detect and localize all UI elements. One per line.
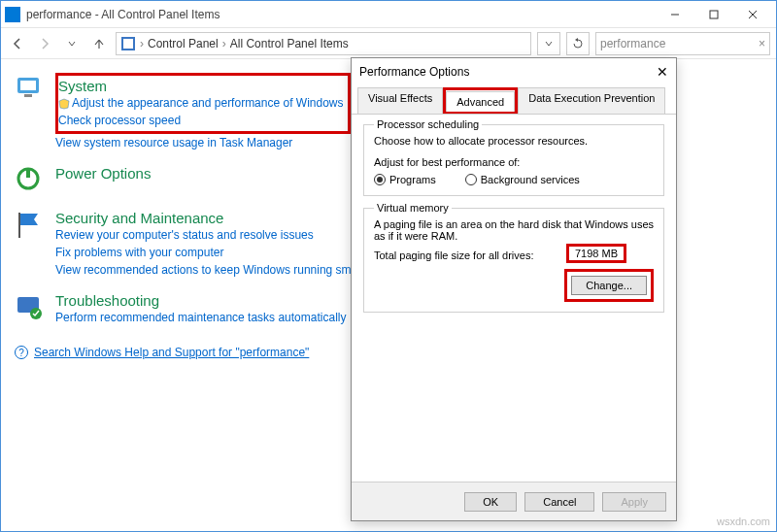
link-fix-problems[interactable]: Fix problems with your computer (55, 244, 383, 261)
highlight-advanced-tab: Advanced (443, 87, 518, 114)
svg-rect-5 (123, 39, 133, 49)
radio-dot-icon (374, 174, 386, 185)
dialog-body: Processor scheduling Choose how to alloc… (352, 115, 676, 334)
radio-programs-label: Programs (389, 174, 436, 185)
tab-visual-effects[interactable]: Visual Effects (357, 87, 443, 114)
dialog-footer: OK Cancel Apply (352, 482, 676, 520)
control-panel-window: performance - All Control Panel Items › … (0, 0, 777, 532)
performance-options-dialog: Performance Options ✕ Visual Effects Adv… (351, 57, 677, 521)
tab-dep[interactable]: Data Execution Prevention (518, 87, 665, 114)
watermark: wsxdn.com (717, 515, 770, 527)
link-recommended-actions[interactable]: View recommended actions to keep Windows… (55, 261, 383, 279)
link-adjust-appearance[interactable]: Adjust the appearance and performance of… (72, 96, 344, 110)
vm-total-value: 7198 MB (566, 244, 626, 263)
titlebar: performance - All Control Panel Items (1, 1, 776, 28)
link-task-manager[interactable]: View system resource usage in Task Manag… (55, 134, 351, 151)
breadcrumb-child[interactable]: All Control Panel Items (230, 37, 349, 50)
link-check-processor[interactable]: Check processor speed (58, 112, 344, 129)
window-title: performance - All Control Panel Items (26, 8, 656, 21)
maximize-button[interactable] (694, 2, 733, 27)
dialog-titlebar: Performance Options ✕ (352, 58, 676, 85)
forward-button[interactable] (34, 33, 55, 54)
up-button[interactable] (88, 33, 110, 54)
power-icon (15, 165, 46, 196)
breadcrumb-root[interactable]: Control Panel (148, 37, 219, 50)
recent-button[interactable] (61, 33, 83, 54)
system-title[interactable]: System (58, 78, 344, 94)
vm-desc: A paging file is an area on the hard dis… (374, 218, 654, 242)
system-icon (15, 73, 46, 104)
svg-rect-8 (24, 94, 32, 97)
apply-button[interactable]: Apply (602, 492, 666, 512)
shield-icon (58, 98, 70, 110)
dialog-tabs: Visual Effects Advanced Data Execution P… (352, 87, 676, 115)
trouble-title[interactable]: Troubleshooting (55, 292, 346, 309)
link-maintenance[interactable]: Perform recommended maintenance tasks au… (55, 309, 346, 326)
search-input[interactable]: performance × (595, 32, 770, 55)
back-button[interactable] (7, 33, 28, 54)
security-title[interactable]: Security and Maintenance (55, 210, 383, 226)
svg-rect-11 (18, 213, 20, 238)
search-value: performance (600, 37, 665, 50)
radio-background[interactable]: Background services (465, 174, 580, 185)
group-virtual-memory: Virtual memory A paging file is an area … (363, 208, 664, 313)
refresh-button[interactable] (566, 32, 590, 55)
cancel-button[interactable]: Cancel (524, 492, 594, 512)
close-button[interactable] (733, 2, 772, 27)
minimize-button[interactable] (656, 2, 694, 27)
svg-rect-10 (26, 168, 30, 178)
highlight-system: System Adjust the appearance and perform… (55, 73, 351, 134)
proc-adjust-label: Adjust for best performance of: (374, 156, 654, 168)
vm-legend: Virtual memory (374, 202, 452, 214)
radio-background-label: Background services (481, 174, 580, 185)
radio-dot-icon (465, 174, 477, 185)
link-review-status[interactable]: Review your computer's status and resolv… (55, 226, 383, 244)
app-icon (5, 7, 20, 22)
chevron-right-icon: › (140, 37, 144, 50)
clear-search-icon[interactable]: × (759, 37, 765, 50)
address-bar[interactable]: › Control Panel › All Control Panel Item… (116, 32, 531, 55)
address-dropdown[interactable] (537, 32, 560, 55)
radio-programs[interactable]: Programs (374, 174, 436, 185)
tab-advanced[interactable]: Advanced (446, 91, 515, 112)
group-processor-scheduling: Processor scheduling Choose how to alloc… (363, 124, 664, 196)
troubleshoot-icon (15, 292, 46, 323)
control-panel-icon (120, 36, 136, 51)
proc-desc: Choose how to allocate processor resourc… (374, 135, 654, 147)
ok-button[interactable]: OK (464, 492, 517, 512)
highlight-change-button: Change... (564, 269, 654, 302)
power-title[interactable]: Power Options (55, 165, 151, 182)
dialog-title: Performance Options (359, 65, 469, 79)
proc-legend: Processor scheduling (374, 118, 482, 130)
svg-rect-1 (710, 11, 718, 18)
help-link[interactable]: Search Windows Help and Support for "per… (34, 346, 309, 359)
chevron-right-icon: › (222, 37, 226, 50)
navbar: › Control Panel › All Control Panel Item… (1, 28, 776, 59)
help-icon: ? (15, 346, 28, 359)
dialog-close-button[interactable]: ✕ (657, 64, 668, 80)
change-button[interactable]: Change... (571, 276, 647, 295)
vm-total-label: Total paging file size for all drives: (374, 249, 533, 261)
svg-rect-7 (20, 81, 36, 90)
flag-icon (15, 210, 46, 241)
